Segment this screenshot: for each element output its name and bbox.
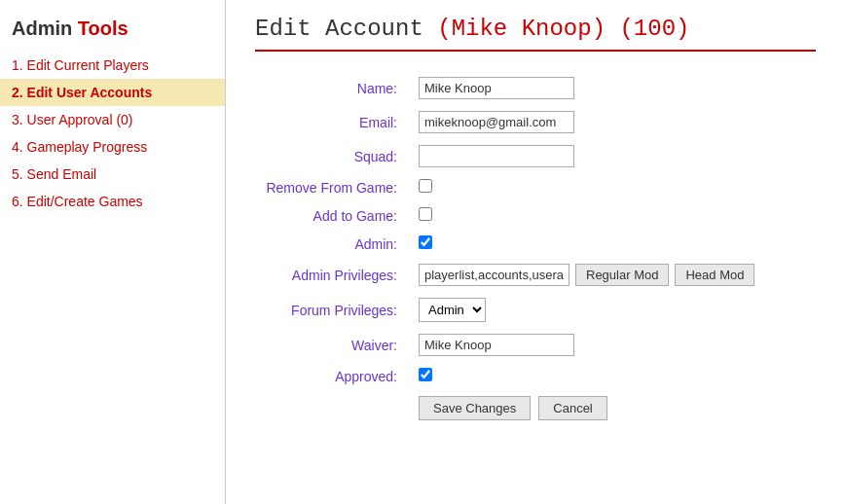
admin-privileges-group: Regular Mod Head Mod [419,264,754,286]
forum-privileges-row: Forum Privileges: Admin Mod User None [255,292,762,328]
add-control [411,201,762,230]
email-input[interactable] [419,111,574,133]
head-mod-button[interactable]: Head Mod [675,264,754,286]
remove-label: Remove From Game: [255,173,411,201]
name-input[interactable] [419,77,574,99]
admin-privileges-label: Admin Privileges: [255,258,411,292]
page-title-accent: (Mike Knoop) (100) [437,16,689,42]
add-label: Add to Game: [255,201,411,230]
squad-label: Squad: [255,139,411,173]
email-label: Email: [255,105,411,139]
waiver-control [411,328,762,362]
page-title-static: Edit Account [255,16,437,42]
admin-privileges-control: Regular Mod Head Mod [411,258,762,292]
name-control [411,71,762,105]
admin-label: Admin: [255,230,411,258]
action-control: Save Changes Cancel [411,390,762,426]
regular-mod-button[interactable]: Regular Mod [575,264,669,286]
waiver-row: Waiver: [255,328,762,362]
sidebar-title: Admin Tools [0,10,225,52]
cancel-button[interactable]: Cancel [538,396,606,420]
admin-row: Admin: [255,230,762,258]
forum-privileges-label: Forum Privileges: [255,292,411,328]
admin-checkbox[interactable] [419,235,432,249]
sidebar-item-gameplay-progress[interactable]: 4. Gameplay Progress [0,133,225,161]
add-checkbox[interactable] [419,207,432,221]
approved-row: Approved: [255,362,762,390]
forum-privileges-select[interactable]: Admin Mod User None [419,298,486,322]
action-buttons-group: Save Changes Cancel [419,396,754,420]
approved-checkbox[interactable] [419,368,432,381]
approved-control [411,362,762,390]
sidebar-item-user-approval[interactable]: 3. User Approval (0) [0,106,225,133]
remove-control [411,173,762,201]
admin-privileges-input[interactable] [419,264,569,286]
forum-privileges-control: Admin Mod User None [411,292,762,328]
page-title: Edit Account (Mike Knoop) (100) [255,16,816,52]
save-button[interactable]: Save Changes [419,396,531,420]
name-label: Name: [255,71,411,105]
squad-row: Squad: [255,139,762,173]
main-content: Edit Account (Mike Knoop) (100) Name: Em… [226,0,845,504]
action-row: Save Changes Cancel [255,390,762,426]
sidebar-item-edit-user-accounts[interactable]: 2. Edit User Accounts [0,79,225,106]
waiver-label: Waiver: [255,328,411,362]
edit-form: Name: Email: Squad: Remove [255,71,762,426]
sidebar-item-edit-current-players[interactable]: 1. Edit Current Players [0,52,225,79]
approved-label: Approved: [255,362,411,390]
squad-control [411,139,762,173]
admin-control [411,230,762,258]
squad-input[interactable] [419,145,574,167]
admin-privileges-row: Admin Privileges: Regular Mod Head Mod [255,258,762,292]
sidebar-title-accent: Tools [78,18,129,39]
sidebar-item-send-email[interactable]: 5. Send Email [0,161,225,188]
email-row: Email: [255,105,762,139]
email-control [411,105,762,139]
sidebar-title-main: Admin [12,18,78,39]
waiver-input[interactable] [419,334,574,356]
sidebar-item-edit-create-games[interactable]: 6. Edit/Create Games [0,188,225,215]
remove-row: Remove From Game: [255,173,762,201]
action-label-spacer [255,390,411,426]
add-row: Add to Game: [255,201,762,230]
sidebar: Admin Tools 1. Edit Current Players 2. E… [0,0,226,504]
name-row: Name: [255,71,762,105]
remove-checkbox[interactable] [419,179,432,193]
